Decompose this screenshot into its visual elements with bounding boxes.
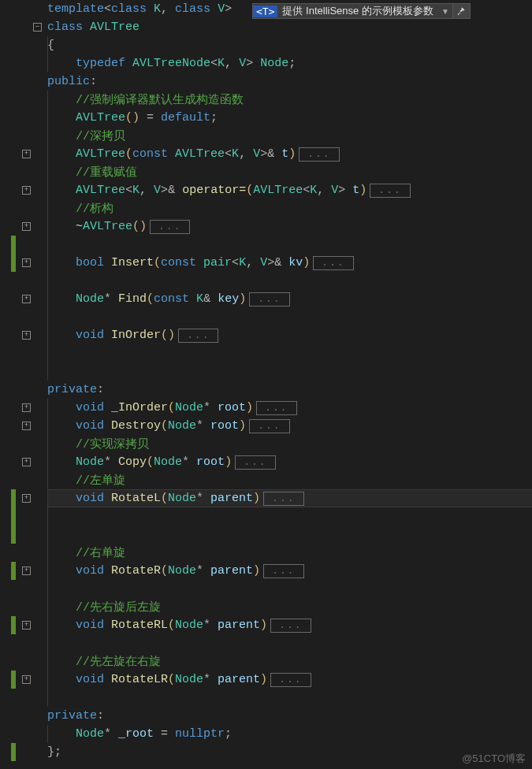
fold-toggle[interactable] <box>22 258 31 267</box>
chevron-down-icon[interactable]: ▼ <box>438 7 452 16</box>
fold-toggle[interactable] <box>22 458 31 466</box>
folded-code-box[interactable]: ... <box>249 419 289 433</box>
fold-toggle[interactable] <box>22 422 31 430</box>
template-param-badge: <T> <box>253 6 277 17</box>
folded-code-box[interactable]: ... <box>270 673 311 687</box>
folded-code-box[interactable]: ... <box>313 256 353 270</box>
fold-toggle[interactable] <box>22 621 31 630</box>
folded-code-box[interactable]: ... <box>370 184 410 198</box>
folded-code-box[interactable]: ... <box>178 329 218 343</box>
folded-code-box[interactable]: ... <box>249 292 289 306</box>
folded-code-box[interactable]: ... <box>263 564 303 578</box>
fold-toggle[interactable] <box>22 222 31 231</box>
folded-code-box[interactable]: ... <box>235 455 275 470</box>
editor-code-area[interactable]: template<class K, class V> class AVLTree… <box>47 0 532 769</box>
intellisense-tooltip: <T> 提供 IntelliSense 的示例模板参数 ▼ <box>252 3 471 19</box>
editor-gutter <box>0 0 47 769</box>
folded-code-box[interactable]: ... <box>299 147 339 162</box>
fold-toggle[interactable] <box>33 23 42 32</box>
folded-code-box[interactable]: ... <box>150 220 190 234</box>
fold-toggle[interactable] <box>22 295 31 303</box>
folded-code-box[interactable]: ... <box>270 619 311 633</box>
fold-toggle[interactable] <box>22 186 31 195</box>
fold-toggle[interactable] <box>22 494 31 503</box>
folded-code-box[interactable]: ... <box>263 492 303 506</box>
tooltip-text: 提供 IntelliSense 的示例模板参数 <box>277 4 437 18</box>
fold-toggle[interactable] <box>22 567 31 575</box>
pin-icon[interactable] <box>452 4 470 18</box>
change-bar <box>11 236 16 254</box>
folded-code-box[interactable]: ... <box>256 401 296 415</box>
fold-toggle[interactable] <box>22 150 31 158</box>
watermark: @51CTO博客 <box>462 752 526 766</box>
fold-toggle[interactable] <box>22 331 31 340</box>
fold-toggle[interactable] <box>22 675 31 684</box>
fold-toggle[interactable] <box>22 403 31 412</box>
